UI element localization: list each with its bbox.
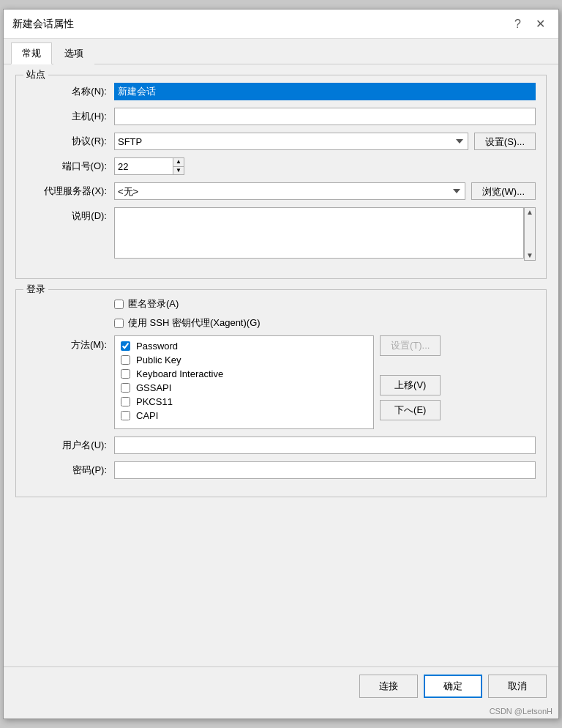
method-list: Password Public Key Keyboard Interactive… xyxy=(114,335,374,429)
method-keyboard-checkbox[interactable] xyxy=(121,369,130,379)
ssh-agent-label: 使用 SSH 密钥代理(Xagent)(G) xyxy=(128,316,261,330)
anon-row: 匿名登录(A) xyxy=(114,297,536,311)
username-input[interactable] xyxy=(114,437,536,454)
method-keyboard: Keyboard Interactive xyxy=(121,368,367,379)
name-row: 名称(N): xyxy=(26,83,536,100)
protocol-select-wrapper: SFTP FTP SCP WebDAV xyxy=(114,133,468,150)
port-row: 端口号(O): ▲ ▼ xyxy=(26,157,536,175)
cancel-button[interactable]: 取消 xyxy=(488,675,547,698)
protocol-row: 协议(R): SFTP FTP SCP WebDAV 设置(S)... xyxy=(26,133,536,150)
dialog: 新建会话属性 ? ✕ 常规 选项 站点 名称(N): 主机(H): xyxy=(3,9,559,719)
desc-textarea[interactable] xyxy=(114,207,524,259)
port-spinner: ▲ ▼ xyxy=(173,157,184,175)
ssh-agent-row: 使用 SSH 密钥代理(Xagent)(G) xyxy=(114,316,536,330)
method-password-label: Password xyxy=(136,341,178,352)
help-button[interactable]: ? xyxy=(510,16,525,32)
proxy-row: 代理服务器(X): <无> 浏览(W)... xyxy=(26,182,536,200)
method-pkcs11-checkbox[interactable] xyxy=(121,397,130,406)
method-keyboard-label: Keyboard Interactive xyxy=(136,368,223,379)
station-section: 站点 名称(N): 主机(H): 协议(R): SFTP FTP SCP xyxy=(15,75,547,279)
method-up-button[interactable]: 上移(V) xyxy=(380,375,441,395)
ssh-agent-checkbox[interactable] xyxy=(114,319,124,328)
password-row: 密码(P): xyxy=(26,461,536,479)
footer-buttons: 连接 确定 取消 xyxy=(4,666,558,705)
password-label: 密码(P): xyxy=(26,464,114,477)
name-input[interactable] xyxy=(114,83,536,100)
desc-label: 说明(D): xyxy=(26,207,114,223)
password-input[interactable] xyxy=(114,461,536,479)
name-label: 名称(N): xyxy=(26,85,114,98)
scroll-down-arrow[interactable]: ▼ xyxy=(526,252,533,259)
login-section-title: 登录 xyxy=(23,283,48,296)
protocol-select[interactable]: SFTP FTP SCP WebDAV xyxy=(114,133,468,150)
login-section: 登录 匿名登录(A) 使用 SSH 密钥代理(Xagent)(G) 方法(M):… xyxy=(15,289,547,497)
method-pkcs11-label: PKCS11 xyxy=(136,396,173,407)
port-label: 端口号(O): xyxy=(26,160,114,173)
station-section-title: 站点 xyxy=(23,68,48,81)
tab-general[interactable]: 常规 xyxy=(11,42,52,64)
method-password: Password xyxy=(121,341,367,352)
tab-options[interactable]: 选项 xyxy=(53,42,94,64)
tab-bar: 常规 选项 xyxy=(4,39,558,64)
main-content: 站点 名称(N): 主机(H): 协议(R): SFTP FTP SCP xyxy=(4,64,558,666)
title-controls: ? ✕ xyxy=(510,15,550,32)
host-input[interactable] xyxy=(114,108,536,125)
anon-checkbox[interactable] xyxy=(114,300,124,309)
anon-label: 匿名登录(A) xyxy=(128,297,179,311)
port-down-button[interactable]: ▼ xyxy=(173,167,184,175)
method-down-button[interactable]: 下へ(E) xyxy=(380,400,441,420)
protocol-settings-button[interactable]: 设置(S)... xyxy=(474,133,536,150)
dialog-title: 新建会话属性 xyxy=(12,18,74,31)
username-label: 用户名(U): xyxy=(26,439,114,452)
method-gssapi-checkbox[interactable] xyxy=(121,383,130,393)
proxy-label: 代理服务器(X): xyxy=(26,185,114,198)
username-row: 用户名(U): xyxy=(26,437,536,454)
watermark: CSDN @LetsonH xyxy=(4,705,558,718)
method-publickey-label: Public Key xyxy=(136,354,181,365)
method-password-checkbox[interactable] xyxy=(121,341,130,351)
port-up-button[interactable]: ▲ xyxy=(173,158,184,167)
scroll-up-arrow[interactable]: ▲ xyxy=(526,209,533,216)
proxy-select[interactable]: <无> xyxy=(114,182,465,200)
method-capi-label: CAPI xyxy=(136,410,158,421)
method-row: 方法(M): Password Public Key Keyboard Inte… xyxy=(26,335,536,429)
proxy-select-wrapper: <无> xyxy=(114,182,465,200)
method-publickey: Public Key xyxy=(121,354,367,365)
proxy-browse-button[interactable]: 浏览(W)... xyxy=(471,182,536,200)
connect-button[interactable]: 连接 xyxy=(359,675,418,698)
title-bar: 新建会话属性 ? ✕ xyxy=(4,10,558,39)
desc-area-wrapper: ▲ ▼ xyxy=(114,207,536,261)
port-wrapper: ▲ ▼ xyxy=(114,157,184,175)
method-gssapi-label: GSSAPI xyxy=(136,382,171,393)
close-button[interactable]: ✕ xyxy=(531,15,550,32)
protocol-label: 协议(R): xyxy=(26,135,114,148)
method-label: 方法(M): xyxy=(26,335,114,352)
method-capi-checkbox[interactable] xyxy=(121,411,130,420)
method-action-buttons: 设置(T)... 上移(V) 下へ(E) xyxy=(380,335,441,420)
method-settings-button[interactable]: 设置(T)... xyxy=(380,335,441,356)
host-label: 主机(H): xyxy=(26,110,114,123)
port-input[interactable] xyxy=(114,157,173,175)
desc-row: 说明(D): ▲ ▼ xyxy=(26,207,536,261)
method-publickey-checkbox[interactable] xyxy=(121,355,130,365)
host-row: 主机(H): xyxy=(26,108,536,125)
ok-button[interactable]: 确定 xyxy=(424,675,482,698)
method-pkcs11: PKCS11 xyxy=(121,396,367,407)
method-gssapi: GSSAPI xyxy=(121,382,367,393)
desc-scrollbar: ▲ ▼ xyxy=(524,207,536,261)
method-capi: CAPI xyxy=(121,410,367,421)
